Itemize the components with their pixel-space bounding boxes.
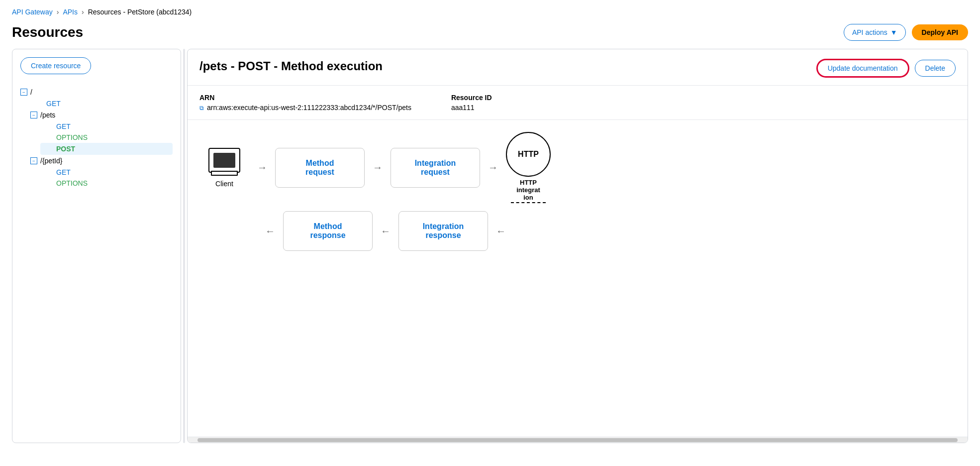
tree-label-root: /: [30, 88, 32, 96]
client-block: Client: [199, 148, 249, 188]
integration-request-label[interactable]: Integrationrequest: [409, 153, 462, 183]
resource-id-label: Resource ID: [451, 94, 492, 102]
integration-response-box[interactable]: Integrationresponse: [398, 211, 488, 251]
http-block: HTTP HTTPintegration: [506, 132, 551, 203]
tree-label-pets: /pets: [40, 111, 55, 119]
content-header: /pets - POST - Method execution Update d…: [188, 49, 968, 86]
http-label: HTTP: [518, 150, 539, 159]
arrow-method-resp-left: ←: [265, 226, 275, 237]
breadcrumb-apis[interactable]: APIs: [63, 8, 78, 16]
tree-label-petid: /{petId}: [40, 157, 62, 165]
diagram-bottom-row: ← Methodresponse ← Integrationresponse ←: [265, 211, 956, 251]
sidebar: Create resource − / GET − /pets GET OPTI…: [12, 49, 181, 443]
scrollbar-area[interactable]: [188, 437, 968, 443]
client-label: Client: [215, 180, 233, 188]
tree-item-pets[interactable]: − /pets: [30, 109, 173, 121]
api-actions-label: API actions: [852, 28, 887, 36]
method-request-box[interactable]: Methodrequest: [275, 148, 365, 188]
method-request-label[interactable]: Methodrequest: [299, 153, 340, 183]
page-title: Resources: [12, 24, 83, 40]
client-screen: [213, 153, 235, 168]
breadcrumb-current: Resources - PetStore (abcd1234): [88, 8, 192, 16]
tree-method-pets-get[interactable]: GET: [40, 121, 173, 132]
tree-method-root-get[interactable]: GET: [30, 98, 173, 109]
arn-group: ARN ⧉ arn:aws:execute-api:us-west-2:1112…: [199, 94, 411, 112]
integration-request-box[interactable]: Integrationrequest: [391, 148, 480, 188]
arrow-integration-req-to-http: →: [488, 162, 498, 173]
arn-value: arn:aws:execute-api:us-west-2:111222333:…: [207, 104, 411, 112]
resource-tree: − / GET − /pets GET OPTIONS POST − /{pet…: [20, 86, 173, 189]
api-actions-button[interactable]: API actions ▼: [844, 24, 906, 41]
arn-section: ARN ⧉ arn:aws:execute-api:us-west-2:1112…: [188, 86, 968, 120]
create-resource-button[interactable]: Create resource: [20, 57, 91, 74]
http-circle: HTTP: [506, 132, 551, 177]
chevron-down-icon: ▼: [890, 28, 897, 36]
tree-item-root[interactable]: − /: [20, 86, 173, 98]
content-area: /pets - POST - Method execution Update d…: [187, 49, 968, 443]
arn-label: ARN: [199, 94, 411, 102]
breadcrumb-sep-2: ›: [82, 8, 84, 16]
copy-arn-icon[interactable]: ⧉: [199, 105, 204, 112]
tree-collapse-root-icon: −: [20, 89, 27, 96]
method-response-box[interactable]: Methodresponse: [283, 211, 373, 251]
http-dashed-line: [511, 202, 546, 203]
content-header-actions: Update documentation Delete: [817, 59, 956, 77]
integration-response-label[interactable]: Integrationresponse: [417, 216, 470, 246]
header-actions: API actions ▼ Deploy API: [844, 24, 968, 41]
main-layout: Create resource − / GET − /pets GET OPTI…: [0, 49, 980, 455]
tree-method-petid-get[interactable]: GET: [40, 167, 173, 178]
execution-diagram: Client → Methodrequest → Integrationrequ…: [188, 120, 968, 437]
diagram-container: Client → Methodrequest → Integrationrequ…: [199, 132, 956, 251]
sidebar-resizer[interactable]: [183, 49, 185, 443]
update-documentation-button[interactable]: Update documentation: [817, 59, 909, 77]
arn-value-group: ⧉ arn:aws:execute-api:us-west-2:11122233…: [199, 104, 411, 112]
arrow-method-req-to-integration-req: →: [373, 162, 383, 173]
delete-button[interactable]: Delete: [915, 60, 956, 77]
breadcrumb-sep-1: ›: [57, 8, 59, 16]
arrow-integration-resp-left: ←: [381, 226, 391, 237]
scrollbar-thumb[interactable]: [197, 438, 958, 442]
tree-method-pets-post[interactable]: POST: [40, 143, 173, 155]
tree-item-petid[interactable]: − /{petId}: [30, 155, 173, 167]
resource-id-value: aaa111: [451, 104, 492, 112]
breadcrumb: API Gateway › APIs › Resources - PetStor…: [0, 0, 980, 20]
http-integration-label: HTTPintegration: [516, 179, 540, 201]
method-response-label[interactable]: Methodresponse: [304, 216, 351, 246]
arrow-http-left: ←: [496, 226, 506, 237]
tree-collapse-petid-icon: −: [30, 157, 37, 164]
tree-collapse-pets-icon: −: [30, 112, 37, 118]
client-icon: [208, 148, 240, 173]
tree-method-petid-options[interactable]: OPTIONS: [40, 178, 173, 189]
deploy-api-button[interactable]: Deploy API: [912, 24, 968, 40]
page-header: Resources API actions ▼ Deploy API: [0, 20, 980, 49]
diagram-top-row: Client → Methodrequest → Integrationrequ…: [199, 132, 956, 203]
breadcrumb-api-gateway[interactable]: API Gateway: [12, 8, 53, 16]
resource-id-group: Resource ID aaa111: [451, 94, 492, 112]
tree-method-pets-options[interactable]: OPTIONS: [40, 132, 173, 143]
arrow-client-to-method-req: →: [257, 162, 267, 173]
method-title: /pets - POST - Method execution: [199, 59, 383, 73]
